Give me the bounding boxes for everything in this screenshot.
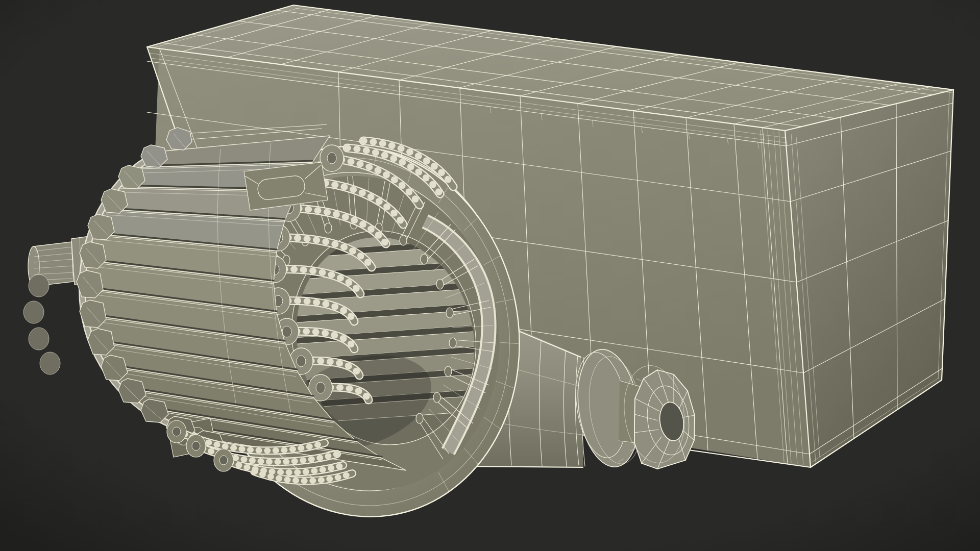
render-viewport: Monochrome wireframe 3D render of an ele… xyxy=(0,0,980,551)
wireframe-render: Monochrome wireframe 3D render of an ele… xyxy=(0,0,980,551)
